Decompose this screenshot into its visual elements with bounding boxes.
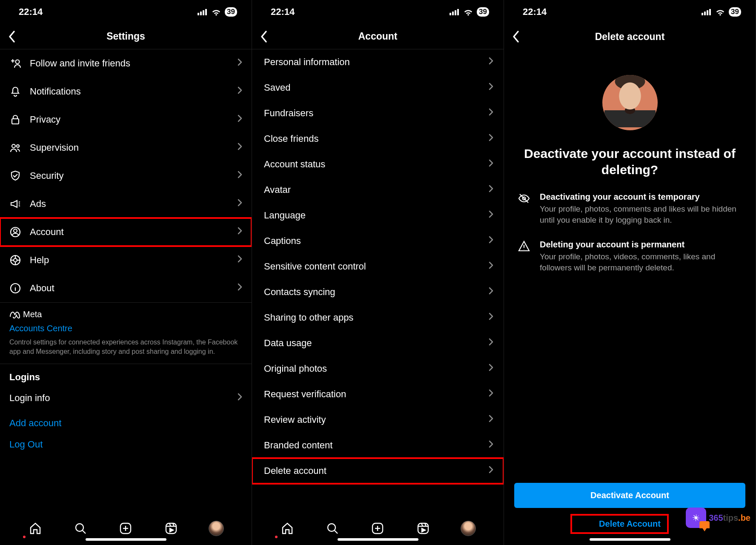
tab-create[interactable] <box>366 516 389 540</box>
warning-icon <box>518 240 530 252</box>
back-button[interactable] <box>252 24 272 49</box>
chevron-right-icon <box>488 287 493 295</box>
status-bar: 22:14 39 <box>504 0 756 24</box>
chevron-right-icon <box>488 261 493 270</box>
row-label: Follow and invite friends <box>30 58 237 69</box>
home-indicator <box>338 538 418 541</box>
row-label: Ads <box>30 198 237 209</box>
chevron-right-icon <box>237 86 242 95</box>
deactivate-button[interactable]: Deactivate Account <box>514 483 745 508</box>
svg-point-6 <box>16 60 20 64</box>
log-out-link[interactable]: Log Out <box>0 436 252 452</box>
tab-home[interactable] <box>23 516 47 540</box>
account-row-avatar[interactable]: Avatar <box>252 177 504 203</box>
settings-row-notifications[interactable]: Notifications <box>0 77 252 106</box>
delete-body: Deactivate your account instead of delet… <box>504 49 756 483</box>
header: Account <box>252 24 504 49</box>
row-label: Login info <box>9 393 237 404</box>
status-right: 39 <box>702 7 741 17</box>
account-row-request-verification[interactable]: Request verification <box>252 382 504 407</box>
row-label: About <box>30 283 237 294</box>
tab-reels[interactable] <box>411 516 435 540</box>
account-row-language[interactable]: Language <box>252 203 504 228</box>
add-account-link[interactable]: Add account <box>0 411 252 436</box>
accounts-centre-link[interactable]: Accounts Centre <box>9 324 242 333</box>
chevron-left-icon <box>512 30 519 43</box>
help-icon <box>9 254 21 266</box>
battery-level: 39 <box>225 7 237 17</box>
settings-row-security[interactable]: Security <box>0 162 252 190</box>
home-icon <box>29 522 42 535</box>
tab-home[interactable] <box>275 516 299 540</box>
svg-rect-32 <box>455 10 456 15</box>
tab-create[interactable] <box>114 516 137 540</box>
settings-row-supervision[interactable]: Supervision <box>0 134 252 162</box>
chevron-right-icon <box>488 414 493 423</box>
info-delete: Deleting your account is permanent Your … <box>518 240 742 273</box>
account-row-branded-content[interactable]: Branded content <box>252 433 504 458</box>
back-button[interactable] <box>0 24 20 49</box>
watermark-text-2: tips <box>723 513 739 522</box>
svg-point-8 <box>12 144 15 148</box>
svg-rect-44 <box>704 11 706 15</box>
tab-reels[interactable] <box>159 516 183 540</box>
svg-rect-0 <box>198 13 199 15</box>
add-user-icon <box>9 57 21 69</box>
account-row-personal-information[interactable]: Personal information <box>252 49 504 75</box>
chevron-right-icon <box>237 283 242 291</box>
svg-rect-39 <box>418 523 428 534</box>
account-row-original-photos[interactable]: Original photos <box>252 356 504 382</box>
account-row-contacts-syncing[interactable]: Contacts syncing <box>252 279 504 305</box>
status-time: 22:14 <box>271 6 295 17</box>
account-row-fundraisers[interactable]: Fundraisers <box>252 100 504 126</box>
chevron-right-icon <box>488 465 493 474</box>
row-label: Sharing to other apps <box>264 312 488 323</box>
signal-icon <box>450 9 460 15</box>
settings-row-ads[interactable]: Ads <box>0 190 252 218</box>
settings-row-privacy[interactable]: Privacy <box>0 106 252 134</box>
settings-row-follow-invite[interactable]: Follow and invite friends <box>0 49 252 77</box>
svg-rect-30 <box>450 13 451 15</box>
svg-point-21 <box>76 524 83 531</box>
svg-rect-43 <box>702 13 703 15</box>
settings-row-account[interactable]: Account <box>0 218 252 246</box>
meta-description: Control settings for connected experienc… <box>9 338 242 356</box>
row-label: Contacts syncing <box>264 287 488 298</box>
account-list[interactable]: Personal informationSavedFundraisersClos… <box>252 49 504 512</box>
row-label: Privacy <box>30 114 237 125</box>
signal-icon <box>198 9 208 15</box>
svg-rect-31 <box>452 11 454 15</box>
tab-bar <box>252 512 504 545</box>
row-label: Account <box>30 227 237 238</box>
account-row-account-status[interactable]: Account status <box>252 152 504 177</box>
row-label: Review activity <box>264 414 488 425</box>
chevron-right-icon <box>237 227 242 235</box>
wifi-icon <box>463 8 473 16</box>
tab-search[interactable] <box>69 516 92 540</box>
status-bar: 22:14 39 <box>252 0 504 24</box>
avatar <box>209 521 224 536</box>
settings-row-about[interactable]: About <box>0 274 252 302</box>
account-row-data-usage[interactable]: Data usage <box>252 330 504 356</box>
tab-profile[interactable] <box>204 516 228 540</box>
account-row-delete-account[interactable]: Delete account <box>252 458 504 484</box>
tab-profile[interactable] <box>456 516 480 540</box>
megaphone-icon <box>9 198 21 210</box>
account-row-review-activity[interactable]: Review activity <box>252 407 504 433</box>
chevron-right-icon <box>237 198 242 207</box>
chevron-right-icon <box>488 184 493 193</box>
page-title: Account <box>252 31 504 42</box>
account-row-sharing-to-other-apps[interactable]: Sharing to other apps <box>252 305 504 330</box>
chevron-right-icon <box>237 393 242 401</box>
settings-row-help[interactable]: Help <box>0 246 252 274</box>
back-button[interactable] <box>504 24 524 49</box>
row-label: Sensitive content control <box>264 261 488 272</box>
status-time: 22:14 <box>19 6 43 17</box>
account-row-saved[interactable]: Saved <box>252 75 504 100</box>
tab-search[interactable] <box>321 516 344 540</box>
account-row-sensitive-content-control[interactable]: Sensitive content control <box>252 254 504 279</box>
account-row-captions[interactable]: Captions <box>252 228 504 254</box>
settings-list[interactable]: Follow and invite friends Notifications … <box>0 49 252 512</box>
account-row-close-friends[interactable]: Close friends <box>252 126 504 152</box>
login-info-row[interactable]: Login info <box>0 385 252 411</box>
